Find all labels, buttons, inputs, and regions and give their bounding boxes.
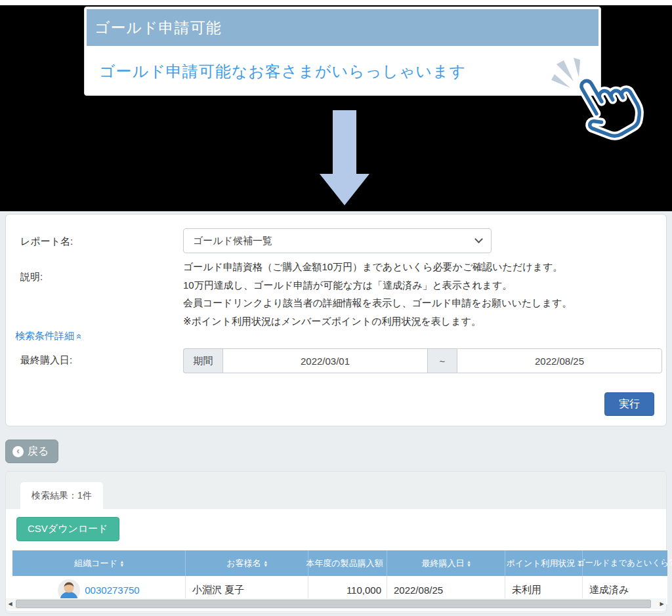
scrollbar-track[interactable] [14, 600, 658, 608]
results-tab[interactable]: 検索結果：1件 [20, 482, 103, 510]
csv-download-button[interactable]: CSVダウンロード [16, 517, 119, 541]
report-select-value: ゴールド候補一覧 [193, 235, 476, 247]
header-purchase-amount[interactable]: 本年度の製品購入額 ▴▾ [308, 550, 387, 576]
search-detail-link[interactable]: 検索条件詳細 « [15, 330, 82, 342]
back-button[interactable]: ‹ 戻る [5, 440, 58, 463]
notification-card: ゴールド申請可能 ゴールド申請可能なお客さまがいらっしゃいます [84, 7, 601, 96]
report-form-panel: レポート名: ゴールド候補一覧 説明: ゴールド申請資格（ご購入金額10万円）ま… [5, 214, 667, 426]
sort-icon: ▴▾ [264, 560, 267, 567]
last-purchase-label: 最終購入日: [20, 354, 72, 367]
report-name-label: レポート名: [20, 236, 73, 248]
chevron-down-icon [474, 235, 483, 243]
report-select[interactable]: ゴールド候補一覧 [183, 228, 492, 253]
sort-icon: ▴▾ [467, 560, 470, 567]
click-hand-icon [549, 55, 665, 183]
header-org-code[interactable]: 組織コード ▴▾ [12, 550, 185, 576]
click-spark-icon [551, 58, 580, 88]
date-separator: ~ [428, 348, 457, 373]
description-text: ゴールド申請資格（ご購入金額10万円）まであといくら必要かご確認いただけます。 … [183, 258, 629, 330]
results-table: 組織コード ▴▾ お客様名 ▴▾ 本年度の製品購入額 ▴▾ 最終購入日 ▴▾ ポ… [12, 550, 667, 605]
header-point-usage[interactable]: ポイント利用状況 ▴▾ [505, 550, 582, 576]
date-to-input[interactable]: 2022/08/25 [457, 348, 662, 373]
period-addon: 期間 [183, 348, 222, 373]
notification-title: ゴールド申請可能 [87, 9, 598, 46]
execute-button[interactable]: 実行 [604, 392, 654, 416]
header-last-purchase[interactable]: 最終購入日 ▴▾ [387, 550, 505, 576]
scrollbar-thumb[interactable] [16, 600, 651, 608]
horizontal-scrollbar[interactable]: ◀ ▶ [6, 598, 666, 609]
notification-message-link[interactable]: ゴールド申請可能なお客さまがいらっしゃいます [85, 48, 600, 95]
org-code-link[interactable]: 0030273750 [85, 585, 139, 596]
date-range-group: 期間 2022/03/01 ~ 2022/08/25 [183, 348, 662, 373]
table-header-row: 組織コード ▴▾ お客様名 ▴▾ 本年度の製品購入額 ▴▾ 最終購入日 ▴▾ ポ… [12, 550, 667, 576]
back-chevron-icon: ‹ [12, 446, 24, 457]
header-customer-name[interactable]: お客様名 ▴▾ [185, 550, 308, 576]
header-gold-remaining[interactable]: ゴールドまであといくら? [582, 550, 667, 576]
down-arrow-icon [320, 110, 369, 205]
scroll-left-icon[interactable]: ◀ [6, 601, 14, 607]
description-label: 説明: [20, 271, 43, 283]
results-panel: 検索結果：1件 CSVダウンロード 組織コード ▴▾ お客様名 ▴▾ 本年度の製… [5, 471, 667, 614]
collapse-chevron-icon: « [74, 334, 85, 339]
date-from-input[interactable]: 2022/03/01 [222, 348, 428, 373]
results-content: CSVダウンロード 組織コード ▴▾ お客様名 ▴▾ 本年度の製品購入額 ▴▾ … [6, 509, 666, 611]
sort-icon: ▴▾ [121, 560, 123, 567]
scroll-right-icon[interactable]: ▶ [658, 601, 666, 607]
top-margin [0, 0, 672, 5]
